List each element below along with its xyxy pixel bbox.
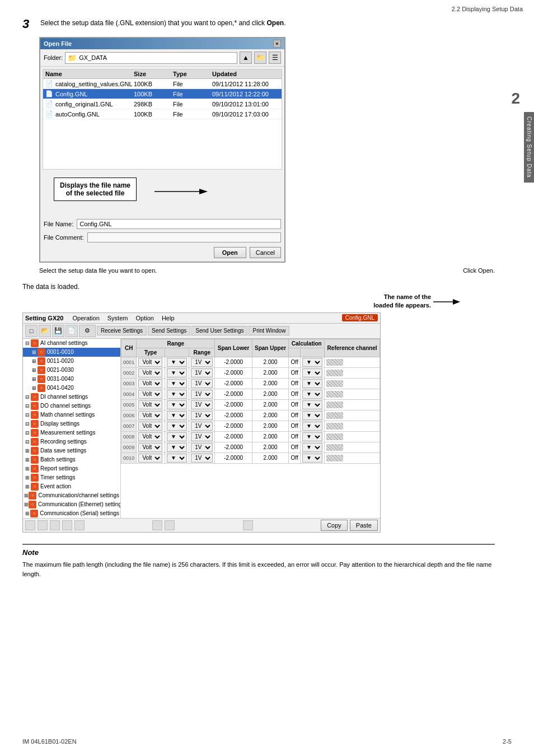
file-list-row[interactable]: 📄 Config.GNL 100KB File 09/11/2012 12:22… — [43, 89, 282, 99]
tree-item[interactable]: ⊞ ○ Data save settings — [23, 446, 120, 455]
range-select[interactable]: 1V — [191, 443, 213, 452]
toolbar-receive[interactable]: Receive Settings — [97, 326, 147, 335]
menu-help[interactable]: Help — [158, 314, 178, 323]
toolbar-save[interactable]: 💾 — [52, 325, 64, 337]
col-ch: CH — [121, 339, 137, 357]
type-select[interactable]: Volt — [138, 390, 162, 399]
file-list-row[interactable]: 📄 autoConfig.GNL 100KB File 09/10/2012 1… — [43, 109, 282, 119]
tree-sidebar: ⊟ ○ AI channel settings ⊞ ○ 0001-0010 ⊞ … — [23, 339, 121, 518]
ref-ch-cell — [325, 410, 380, 421]
type-select[interactable]: Volt — [138, 400, 162, 409]
range-flag-select[interactable]: ▼ — [167, 443, 187, 452]
menu-option[interactable]: Option — [132, 314, 157, 323]
calc-select[interactable]: ▼ — [302, 432, 322, 441]
tree-item[interactable]: ⊞ ○ 0021-0030 — [23, 366, 120, 375]
tree-item[interactable]: ⊞ ○ Communication/channel settings — [23, 491, 120, 500]
toolbar-print[interactable]: Print Window — [249, 326, 289, 335]
toolbar-send-user[interactable]: Send User Settings — [191, 326, 247, 335]
range-flag-select[interactable]: ▼ — [167, 358, 187, 367]
copy-button[interactable]: Copy — [321, 520, 348, 531]
tree-item[interactable]: ⊞ ○ 0031-0040 — [23, 375, 120, 384]
toolbar-send[interactable]: Send Settings — [148, 326, 190, 335]
tree-item[interactable]: ⊞ ○ 0001-0010 — [23, 348, 120, 357]
menu-operation[interactable]: Operation — [69, 314, 102, 323]
tree-item[interactable]: ⊟ ○ Recording settings — [23, 437, 120, 446]
tree-item[interactable]: ⊟ ○ DI channel settings — [23, 393, 120, 402]
tree-item[interactable]: ⊟ ○ Display settings — [23, 419, 120, 428]
tree-node-icon: ○ — [31, 447, 39, 455]
type-select[interactable]: Volt — [138, 379, 162, 388]
range-flag-select[interactable]: ▼ — [167, 432, 187, 441]
calc-select[interactable]: ▼ — [302, 454, 322, 463]
range-flag-select[interactable]: ▼ — [167, 400, 187, 409]
range-select[interactable]: 1V — [191, 390, 213, 399]
tree-item[interactable]: ⊞ ○ 0041-0420 — [23, 384, 120, 393]
tree-item[interactable]: ⊞ ○ Communication (Ethernet) settings — [23, 500, 120, 509]
toolbar-settings[interactable]: ⚙ — [79, 325, 96, 337]
range-flag-select[interactable]: ▼ — [167, 379, 187, 388]
range-flag-select[interactable]: ▼ — [167, 390, 187, 399]
page-footer: IM 04L61B01-02EN 2-5 — [22, 738, 512, 745]
tree-item[interactable]: ⊟ ○ DO channel settings — [23, 402, 120, 410]
type-select[interactable]: Volt — [138, 368, 162, 377]
calc-select[interactable]: ▼ — [302, 368, 322, 377]
calc-select[interactable]: ▼ — [302, 422, 322, 431]
nav-up-button[interactable]: ▲ — [240, 52, 252, 64]
type-select[interactable]: Volt — [138, 358, 162, 367]
range-select[interactable]: 1V — [191, 432, 213, 441]
new-folder-button[interactable]: 📁 — [254, 52, 266, 64]
tree-item[interactable]: ⊞ ○ Timer settings — [23, 473, 120, 482]
toolbar-new[interactable]: □ — [25, 325, 38, 337]
range-flag: ▼ — [165, 431, 189, 442]
calc-select[interactable]: ▼ — [302, 379, 322, 388]
tree-item[interactable]: ⊞ ○ Batch settings — [23, 455, 120, 464]
tree-item-label: Data save settings — [40, 447, 86, 454]
file-list-row[interactable]: 📄 catalog_setting_values.GNL 100KB File … — [43, 79, 282, 89]
calc-select[interactable]: ▼ — [302, 411, 322, 420]
range-select[interactable]: 1V — [191, 400, 213, 409]
dialog-close-button[interactable]: × — [273, 40, 281, 48]
cancel-button[interactable]: Cancel — [250, 247, 281, 258]
filecomment-input[interactable] — [87, 232, 281, 242]
tree-item[interactable]: ⊟ ○ Math channel settings — [23, 410, 120, 419]
range-flag-select[interactable]: ▼ — [167, 422, 187, 431]
open-button[interactable]: Open — [214, 247, 246, 258]
range-select[interactable]: 1V — [191, 368, 213, 377]
tree-expand-icon: ⊟ — [24, 421, 31, 427]
calc-cell: Off — [289, 421, 300, 431]
filename-input[interactable] — [77, 219, 281, 229]
calc-select[interactable]: ▼ — [302, 358, 322, 367]
calc-select[interactable]: ▼ — [302, 400, 322, 409]
calc-select[interactable]: ▼ — [302, 390, 322, 399]
type-select[interactable]: Volt — [138, 422, 162, 431]
type-select[interactable]: Volt — [138, 443, 162, 452]
svg-marker-3 — [453, 299, 460, 305]
tree-node-icon: ○ — [31, 402, 39, 410]
file-list-row[interactable]: 📄 config_original1.GNL 298KB File 09/10/… — [43, 99, 282, 109]
type-select[interactable]: Volt — [138, 432, 162, 441]
list-view-button[interactable]: ☰ — [269, 52, 281, 64]
type-select[interactable]: Volt — [138, 411, 162, 420]
range-flag-select[interactable]: ▼ — [167, 454, 187, 463]
type-select[interactable]: Volt — [138, 454, 162, 463]
calc-cell: Off — [289, 399, 300, 410]
paste-button[interactable]: Paste — [350, 520, 378, 531]
toolbar-saveas[interactable]: 📄 — [65, 325, 78, 337]
col-calc-type — [289, 348, 300, 357]
calc-select[interactable]: ▼ — [302, 443, 322, 452]
tree-item[interactable]: ⊟ ○ Measurement settings — [23, 428, 120, 437]
range-flag-select[interactable]: ▼ — [167, 368, 187, 377]
tree-item[interactable]: ⊟ ○ AI channel settings — [23, 339, 120, 348]
range-flag-select[interactable]: ▼ — [167, 411, 187, 420]
range-select[interactable]: 1V — [191, 411, 213, 420]
tree-item[interactable]: ⊞ ○ 0011-0020 — [23, 357, 120, 366]
range-select[interactable]: 1V — [191, 358, 213, 367]
tree-item[interactable]: ⊞ ○ Event action — [23, 482, 120, 491]
range-select[interactable]: 1V — [191, 379, 213, 388]
tree-item[interactable]: ⊞ ○ Report settings — [23, 464, 120, 473]
toolbar-open[interactable]: 📂 — [39, 325, 51, 337]
menu-system[interactable]: System — [104, 314, 132, 323]
tree-item[interactable]: ⊞ ○ Communication (Serial) settings — [23, 509, 120, 518]
range-select[interactable]: 1V — [191, 422, 213, 431]
range-select[interactable]: 1V — [191, 454, 213, 463]
